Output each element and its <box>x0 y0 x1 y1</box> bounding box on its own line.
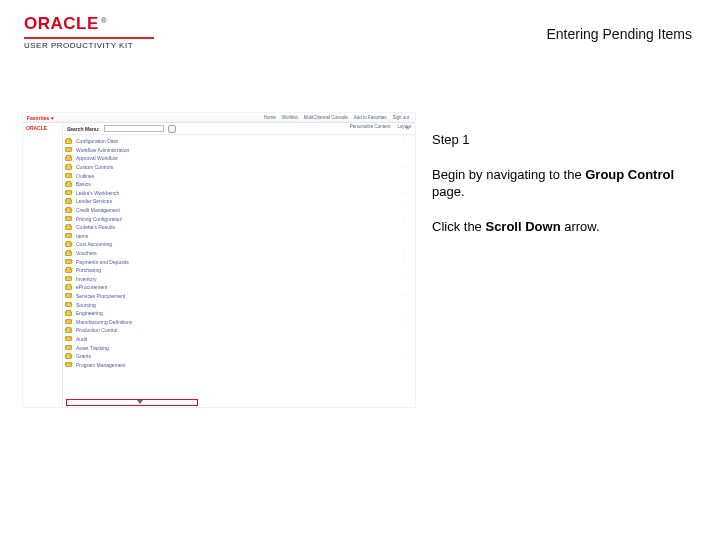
nav-item-label: Payments and Deposits <box>76 259 129 265</box>
nav-item-label: Engineering <box>76 310 103 316</box>
instr1-pre: Begin by navigating to the <box>432 167 585 182</box>
nav-item[interactable]: Credit Management <box>65 206 415 215</box>
nav-item[interactable]: eProcurement <box>65 283 415 292</box>
nav-item-label: Audit <box>76 336 87 342</box>
nav-item[interactable]: Audit <box>65 335 415 344</box>
nav-item[interactable]: Program Management <box>65 360 415 369</box>
nav-item[interactable]: Outlines <box>65 171 415 180</box>
search-go-button[interactable] <box>168 125 176 133</box>
nav-item-label: Basics <box>76 181 91 187</box>
nav-item-label: eProcurement <box>76 284 107 290</box>
nav-item[interactable]: Inventory· <box>65 275 415 284</box>
brand-block: ORACLE® USER PRODUCTIVITY KIT <box>24 14 154 50</box>
folder-icon <box>65 293 72 298</box>
instruction-panel: Step 1 Begin by navigating to the Group … <box>432 132 684 254</box>
nav-item[interactable]: Engineering· <box>65 309 415 318</box>
topnav-addfav[interactable]: Add to Favorites <box>354 115 387 120</box>
folder-icon <box>65 182 72 187</box>
nav-item[interactable]: Workflow Administration <box>65 146 415 155</box>
folder-icon <box>65 225 72 230</box>
folder-icon <box>65 311 72 316</box>
brand-registered: ® <box>101 16 107 25</box>
nav-item-label: Workflow Administration <box>76 147 129 153</box>
topnav-worklist[interactable]: Worklist <box>282 115 298 120</box>
nav-item-label: Cudette's Results <box>76 224 115 230</box>
step-highlight-box <box>66 399 198 406</box>
nav-item[interactable]: Basics <box>65 180 415 189</box>
instr2-post: arrow. <box>561 219 600 234</box>
brand-subtitle: USER PRODUCTIVITY KIT <box>24 41 154 50</box>
folder-icon <box>65 199 72 204</box>
expand-marker: · <box>404 199 405 204</box>
mini-brand: ORACLE <box>23 123 62 133</box>
topnav-home[interactable]: Home <box>264 115 276 120</box>
expand-marker: · <box>404 311 405 316</box>
folder-icon <box>65 345 72 350</box>
folder-icon <box>65 190 72 195</box>
nav-item[interactable]: Manufacturing Definitions· <box>65 317 415 326</box>
nav-item-label: Manufacturing Definitions <box>76 319 132 325</box>
instruction-line-1: Begin by navigating to the Group Control… <box>432 167 684 201</box>
page-title: Entering Pending Items <box>546 26 692 42</box>
topnav-mcc[interactable]: MultiChannel Console <box>304 115 348 120</box>
folder-icon <box>65 139 72 144</box>
folder-icon <box>65 242 72 247</box>
folder-icon <box>65 216 72 221</box>
nav-item[interactable]: Lender Services· <box>65 197 415 206</box>
expand-marker: · <box>404 319 405 324</box>
nav-item[interactable]: Payments and Deposits· <box>65 257 415 266</box>
layout-link[interactable]: Layout <box>397 124 411 129</box>
nav-item-label: Production Control <box>76 327 117 333</box>
folder-icon <box>65 259 72 264</box>
topnav-signout[interactable]: Sign out <box>392 115 409 120</box>
instr1-post: page. <box>432 184 465 199</box>
folder-icon <box>65 362 72 367</box>
expand-marker: · <box>404 190 405 195</box>
nav-item[interactable]: Lekka's Workbench· <box>65 189 415 198</box>
nav-item[interactable]: Production Control <box>65 326 415 335</box>
nav-item[interactable]: Approval Workflow <box>65 154 415 163</box>
search-input[interactable] <box>104 125 164 132</box>
nav-item[interactable]: Asset Tracking <box>65 343 415 352</box>
nav-item-label: Approval Workflow <box>76 155 118 161</box>
folder-icon <box>65 233 72 238</box>
nav-item-label: Credit Management <box>76 207 120 213</box>
nav-item[interactable]: Vouchers· <box>65 249 415 258</box>
nav-item[interactable]: Cost Accounting <box>65 240 415 249</box>
expand-marker: · <box>404 165 405 170</box>
favorites-menu[interactable]: Favorites ▾ <box>27 115 54 121</box>
folder-icon <box>65 156 72 161</box>
app-left-rail: ORACLE <box>23 123 63 407</box>
nav-item[interactable]: Sourcing <box>65 300 415 309</box>
nav-item-label: Outlines <box>76 173 94 179</box>
nav-item[interactable]: Cudette's Results <box>65 223 415 232</box>
nav-item-label: Lender Services <box>76 198 112 204</box>
nav-item-label: Lekka's Workbench <box>76 190 119 196</box>
nav-item-label: Grants <box>76 353 91 359</box>
nav-item-label: Purchasing <box>76 267 101 273</box>
folder-icon <box>65 173 72 178</box>
folder-icon <box>65 208 72 213</box>
expand-marker: · <box>404 139 405 144</box>
expand-marker: · <box>404 276 405 281</box>
nav-item[interactable]: Services Procurement· <box>65 292 415 301</box>
nav-item[interactable]: Custom Controls· <box>65 163 415 172</box>
nav-item-label: Sourcing <box>76 302 96 308</box>
folder-icon <box>65 276 72 281</box>
nav-item[interactable]: Items <box>65 232 415 241</box>
personalize-content-link[interactable]: Personalize Content <box>350 124 391 129</box>
nav-item[interactable]: Purchasing <box>65 266 415 275</box>
nav-item[interactable]: Pricing Configuration· <box>65 214 415 223</box>
scroll-down-icon[interactable] <box>137 400 143 404</box>
brand-rule <box>24 37 154 39</box>
folder-icon <box>65 336 72 341</box>
nav-item[interactable]: Grants· <box>65 352 415 361</box>
expand-marker: · <box>404 259 405 264</box>
nav-item[interactable]: Configuration Data· <box>65 137 415 146</box>
expand-marker: · <box>404 251 405 256</box>
instr1-bold: Group Control <box>585 167 674 182</box>
expand-marker: · <box>404 354 405 359</box>
folder-icon <box>65 165 72 170</box>
nav-item-label: Items <box>76 233 88 239</box>
folder-icon <box>65 285 72 290</box>
